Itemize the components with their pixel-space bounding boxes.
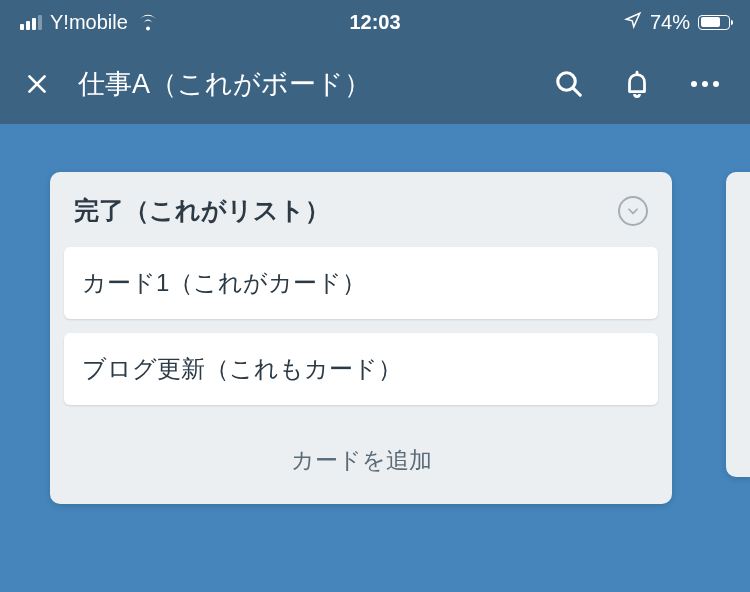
chevron-down-icon: [626, 204, 640, 218]
status-bar: Y!mobile 12:03 74%: [0, 0, 750, 44]
card[interactable]: カード1（これがカード）: [64, 247, 658, 319]
list-header: 完了（これがリスト）: [64, 190, 658, 247]
cellular-signal-icon: [20, 14, 42, 30]
svg-point-3: [691, 81, 697, 87]
search-button[interactable]: [554, 69, 584, 99]
carrier-label: Y!mobile: [50, 11, 128, 34]
next-list-peek[interactable]: [726, 172, 750, 477]
card[interactable]: ブログ更新（これもカード）: [64, 333, 658, 405]
status-time: 12:03: [349, 11, 400, 34]
notifications-button[interactable]: [622, 69, 652, 99]
card-title: ブログ更新（これもカード）: [82, 355, 402, 382]
card-title: カード1（これがカード）: [82, 269, 366, 296]
add-card-button[interactable]: カードを追加: [64, 419, 658, 504]
wifi-icon: [136, 13, 160, 31]
list-menu-button[interactable]: [618, 196, 648, 226]
app-header: 仕事A（これがボード）: [0, 44, 750, 124]
location-icon: [624, 11, 642, 34]
board-area[interactable]: 完了（これがリスト） カード1（これがカード） ブログ更新（これもカード） カー…: [0, 124, 750, 552]
svg-point-5: [713, 81, 719, 87]
list-title: 完了（これがリスト）: [74, 194, 330, 227]
battery-percent: 74%: [650, 11, 690, 34]
svg-point-4: [702, 81, 708, 87]
add-card-label: カードを追加: [291, 447, 432, 473]
close-button[interactable]: [24, 71, 50, 97]
board-title: 仕事A（これがボード）: [78, 66, 371, 102]
svg-line-1: [573, 88, 580, 95]
more-menu-button[interactable]: [690, 80, 720, 88]
list: 完了（これがリスト） カード1（これがカード） ブログ更新（これもカード） カー…: [50, 172, 672, 504]
status-left: Y!mobile: [20, 11, 160, 34]
battery-icon: [698, 15, 730, 30]
status-right: 74%: [624, 11, 730, 34]
